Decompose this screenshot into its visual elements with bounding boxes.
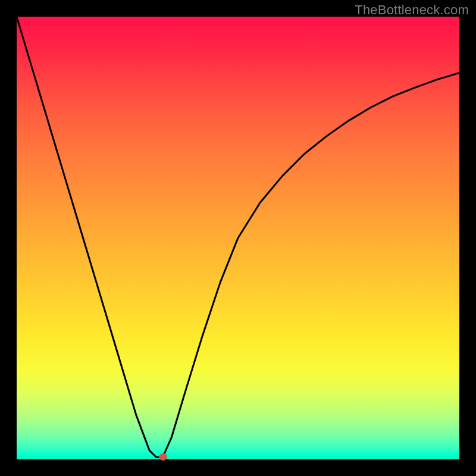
bottleneck-curve xyxy=(17,17,459,459)
plot-area xyxy=(17,17,459,459)
curve-path xyxy=(17,17,459,457)
minimum-marker xyxy=(159,453,167,461)
watermark-text: TheBottleneck.com xyxy=(355,2,469,18)
chart-frame: TheBottleneck.com xyxy=(0,0,476,476)
